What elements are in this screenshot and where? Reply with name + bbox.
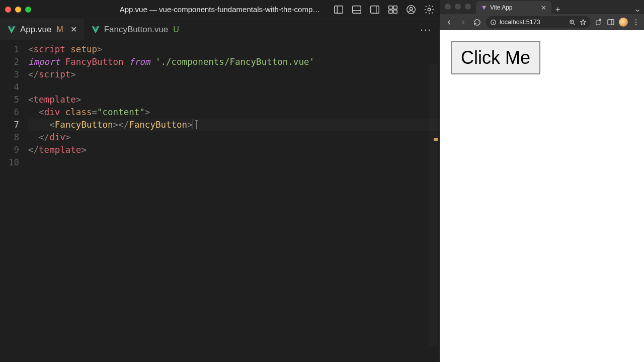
svg-rect-23 [608, 20, 614, 25]
line-number: 2 [0, 56, 19, 68]
svg-point-27 [635, 24, 636, 25]
line-number: 8 [0, 131, 19, 144]
close-tab-icon[interactable]: ✕ [70, 25, 77, 34]
code-line[interactable]: </template> [28, 144, 440, 156]
tab-overflow-menu-icon[interactable]: ··· [420, 19, 432, 40]
mouse-ibeam-icon [196, 120, 197, 129]
close-tab-icon[interactable]: ✕ [541, 4, 546, 12]
browser-window: Vite App ✕ + localhost:5173 [440, 0, 644, 362]
accounts-icon[interactable] [406, 4, 417, 15]
new-tab-button[interactable]: + [551, 5, 564, 14]
text-cursor [193, 119, 193, 129]
line-number: 9 [0, 144, 19, 156]
kebab-menu-icon[interactable] [632, 18, 640, 26]
line-number: 7 [0, 119, 19, 131]
bookmark-star-icon[interactable] [580, 19, 587, 26]
scrollbar-thumb[interactable] [429, 64, 438, 346]
maximize-window-button[interactable] [25, 7, 31, 13]
svg-rect-4 [371, 6, 379, 13]
browser-tab[interactable]: Vite App ✕ [476, 1, 551, 14]
window-traffic-lights [445, 4, 471, 10]
code-editor[interactable]: 12345678910 <script setup>import FancyBu… [0, 40, 440, 362]
extensions-icon[interactable] [595, 18, 603, 26]
close-window-button[interactable] [445, 4, 451, 10]
reload-button[interactable] [472, 19, 482, 26]
tab-label: App.vue [20, 25, 51, 35]
code-line[interactable]: <div class="content"> [28, 106, 440, 119]
svg-rect-21 [596, 21, 600, 25]
maximize-window-button[interactable] [465, 4, 471, 10]
vue-file-icon [91, 25, 100, 34]
line-number: 1 [0, 43, 19, 56]
back-button[interactable] [444, 19, 454, 26]
tab-fancybutton-vue[interactable]: FancyButton.vue U [84, 19, 186, 40]
toolbar-right [595, 18, 640, 27]
editor-tabs: App.vue M ✕ FancyButton.vue U ··· [0, 19, 440, 40]
line-number: 6 [0, 106, 19, 119]
minimize-window-button[interactable] [15, 7, 21, 13]
code-line[interactable]: </div> [28, 131, 440, 144]
svg-rect-0 [335, 6, 343, 13]
tab-modified-indicator: M [56, 25, 63, 34]
tab-search-icon[interactable] [634, 7, 641, 14]
window-traffic-lights [5, 7, 31, 13]
svg-point-25 [635, 19, 636, 20]
svg-point-11 [410, 7, 413, 10]
line-number: 3 [0, 68, 19, 81]
code-line[interactable]: <script setup> [28, 43, 440, 56]
line-number: 4 [0, 81, 19, 94]
svg-rect-9 [393, 10, 397, 13]
code-line[interactable]: import FancyButton from './components/Fa… [28, 56, 440, 68]
browser-viewport: Click Me [440, 30, 644, 362]
code-line[interactable]: <FancyButton></FancyButton> [28, 119, 440, 131]
browser-tab-title: Vite App [490, 4, 512, 11]
site-info-icon[interactable] [490, 19, 497, 26]
titlebar-layout-actions [333, 4, 435, 15]
customize-layout-icon[interactable] [387, 4, 398, 15]
code-line[interactable] [28, 81, 440, 94]
svg-line-17 [573, 23, 575, 25]
tab-untracked-indicator: U [173, 25, 179, 34]
browser-toolbar: localhost:5173 [440, 14, 644, 30]
svg-point-26 [635, 22, 636, 23]
vite-favicon-icon [481, 5, 487, 11]
settings-gear-icon[interactable] [424, 4, 435, 15]
svg-rect-6 [389, 6, 392, 9]
code-line[interactable] [28, 156, 440, 169]
close-window-button[interactable] [5, 7, 11, 13]
vscode-window: App.vue — vue-components-fundamentals-wi… [0, 0, 440, 362]
profile-avatar[interactable] [619, 18, 628, 27]
side-panel-icon[interactable] [607, 18, 615, 26]
zoom-icon[interactable] [569, 19, 576, 26]
vue-file-icon [7, 25, 16, 34]
svg-rect-22 [599, 19, 601, 21]
code-content[interactable]: <script setup>import FancyButton from '.… [28, 40, 440, 362]
tab-app-vue[interactable]: App.vue M ✕ [0, 19, 84, 40]
line-number-gutter: 12345678910 [0, 40, 28, 362]
code-line[interactable]: <template> [28, 94, 440, 106]
minimize-window-button[interactable] [455, 4, 461, 10]
toggle-primary-sidebar-icon[interactable] [333, 4, 344, 15]
line-number: 10 [0, 156, 19, 169]
line-number: 5 [0, 94, 19, 106]
code-line[interactable]: </script> [28, 68, 440, 81]
overview-change-marker [434, 138, 438, 141]
tab-label: FancyButton.vue [104, 25, 169, 35]
forward-button[interactable] [458, 19, 468, 26]
click-me-button[interactable]: Click Me [451, 41, 540, 74]
address-bar-url: localhost:5173 [500, 19, 540, 26]
overview-ruler[interactable] [431, 64, 438, 346]
svg-rect-7 [393, 6, 397, 9]
vscode-titlebar: App.vue — vue-components-fundamentals-wi… [0, 0, 440, 19]
toggle-panel-icon[interactable] [351, 4, 362, 15]
address-bar[interactable]: localhost:5173 [486, 16, 591, 28]
toggle-secondary-sidebar-icon[interactable] [369, 4, 380, 15]
svg-point-12 [428, 8, 431, 11]
svg-rect-2 [353, 6, 361, 13]
svg-rect-8 [389, 10, 392, 13]
svg-marker-20 [581, 20, 586, 25]
browser-tabstrip: Vite App ✕ + [440, 0, 644, 14]
